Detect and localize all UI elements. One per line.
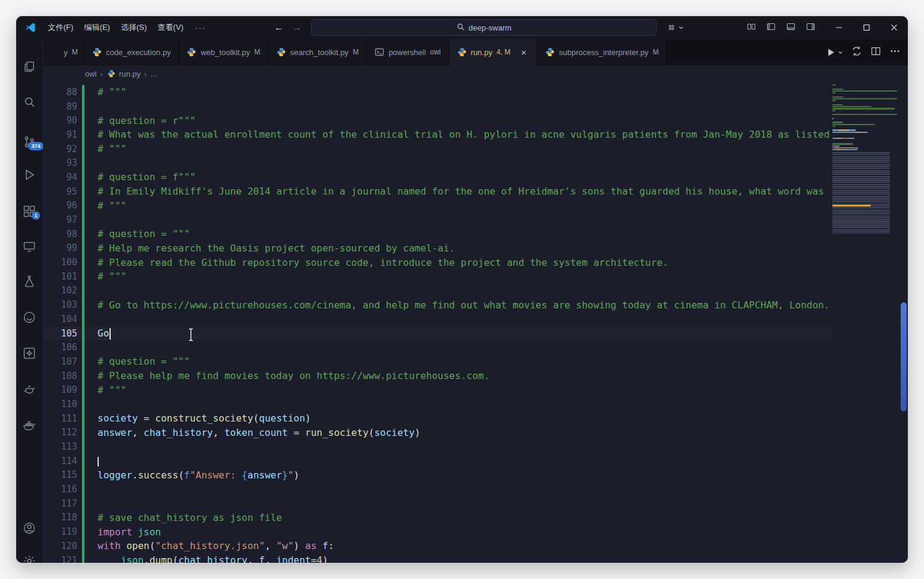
code-line-99[interactable]: 99# Help me research the Oasis project o… — [43, 241, 832, 256]
line-number: 98 — [43, 229, 77, 240]
tab-subprocess_interpreter.py[interactable]: subprocess_interpreter.pyM — [537, 39, 667, 65]
menu-item-2[interactable]: 选择(S) — [116, 20, 152, 35]
menu-overflow-button[interactable]: ··· — [189, 21, 212, 35]
minimap[interactable] — [832, 82, 899, 563]
line-text: # What was the actual enrollment count o… — [98, 129, 832, 140]
code-line-116[interactable]: 116 — [43, 482, 832, 496]
close-tab-icon[interactable]: × — [518, 47, 529, 57]
search-sidebar-icon[interactable] — [22, 95, 37, 109]
code-line-119[interactable]: 119import json — [43, 525, 832, 539]
code-line-111[interactable]: 111society = construct_society(question) — [43, 411, 832, 426]
code-line-97[interactable]: 97 — [43, 213, 832, 227]
profile-switcher-button[interactable] — [666, 22, 684, 33]
line-text: logger.success(f"Answer: {answer}") — [98, 469, 832, 481]
code-line-93[interactable]: 93 — [43, 156, 832, 170]
testing-icon[interactable] — [22, 274, 37, 289]
code-line-94[interactable]: 94# question = f""" — [43, 170, 832, 184]
code-line-118[interactable]: 118# save chat_history as json file — [43, 511, 832, 525]
navigate-back-icon[interactable]: ← — [274, 22, 284, 33]
code-line-107[interactable]: 107# question = """ — [43, 354, 832, 369]
gutter-modified-marker — [82, 426, 84, 440]
line-number: 112 — [43, 427, 77, 438]
code-line-115[interactable]: 115logger.success(f"Answer: {answer}") — [43, 468, 832, 483]
breadcrumb-separator: › — [144, 69, 147, 78]
remote-explorer-icon[interactable] — [22, 240, 37, 254]
toggle-sidebar-icon[interactable] — [766, 22, 776, 34]
code-line-113[interactable]: 113 — [43, 439, 832, 454]
line-text: # question = f""" — [98, 171, 832, 183]
split-editor-icon[interactable] — [870, 46, 882, 59]
more-actions-icon[interactable] — [889, 46, 901, 59]
line-number: 104 — [43, 314, 77, 325]
code-line-102[interactable]: 102 — [43, 284, 832, 298]
line-number: 106 — [43, 342, 77, 353]
menu-item-1[interactable]: 编辑(E) — [79, 20, 116, 35]
gutter-modified-marker — [82, 468, 84, 483]
explorer-icon[interactable] — [22, 60, 37, 74]
open-changes-icon[interactable] — [851, 46, 862, 59]
breadcrumb-item-2[interactable]: ... — [150, 69, 157, 78]
close-button[interactable] — [880, 16, 908, 39]
minimap-lines — [832, 84, 899, 150]
line-text: with open("chat_history.json", "w") as f… — [98, 540, 832, 551]
code-line-101[interactable]: 101# """ — [43, 269, 832, 284]
github-icon[interactable] — [22, 310, 37, 325]
docker-icon[interactable] — [22, 418, 37, 432]
run-debug-icon[interactable] — [22, 168, 37, 182]
run-python-file-button[interactable] — [825, 47, 843, 58]
code-line-88[interactable]: 88# """ — [43, 85, 832, 99]
code-line-89[interactable]: 89 — [43, 99, 832, 114]
magic-lamp-icon[interactable] — [22, 382, 37, 396]
code-area[interactable]: 88# """8990# question = r"""91# What was… — [43, 82, 832, 563]
tab-code_execution.py[interactable]: code_execution.py — [84, 39, 179, 65]
code-line-100[interactable]: 100# Please read the Github repository s… — [43, 255, 832, 269]
code-line-98[interactable]: 98# question = """ — [43, 227, 832, 241]
minimize-button[interactable] — [825, 16, 853, 39]
code-line-103[interactable]: 103# Go to https://www.picturehouses.com… — [43, 298, 832, 312]
tab-search_toolkit.py[interactable]: search_toolkit.pyM — [269, 39, 367, 65]
navigate-forward-icon[interactable]: → — [292, 22, 302, 33]
code-line-106[interactable]: 106 — [43, 340, 832, 354]
gutter-modified-marker — [82, 241, 84, 256]
api-tools-icon[interactable] — [22, 346, 37, 360]
code-line-121[interactable]: 121 json.dump(chat_history, f, indent=4) — [43, 553, 832, 563]
menu-item-3[interactable]: 查看(V) — [152, 20, 189, 35]
code-line-91[interactable]: 91# What was the actual enrollment count… — [43, 128, 832, 142]
code-line-120[interactable]: 120with open("chat_history.json", "w") a… — [43, 539, 832, 553]
maximize-button[interactable] — [853, 16, 880, 39]
code-line-105[interactable]: 105Go — [43, 326, 832, 341]
code-line-117[interactable]: 117 — [43, 496, 832, 511]
settings-gear-icon[interactable] — [22, 554, 37, 563]
code-line-112[interactable]: 112answer, chat_history, token_count = r… — [43, 426, 832, 440]
source-control-badge: 374 — [28, 142, 44, 150]
customize-layout-icon[interactable] — [746, 22, 756, 34]
code-line-110[interactable]: 110 — [43, 397, 832, 411]
gutter-modified-marker — [82, 354, 84, 369]
code-line-95[interactable]: 95# In Emily Midkiff's June 2014 article… — [43, 184, 832, 199]
code-line-90[interactable]: 90# question = r""" — [43, 113, 832, 128]
code-line-114[interactable]: 114 — [43, 454, 832, 468]
code-line-92[interactable]: 92# """ — [43, 142, 832, 156]
code-line-109[interactable]: 109# """ — [43, 383, 832, 397]
code-line-108[interactable]: 108# Please help me find movies today on… — [43, 369, 832, 383]
code-line-96[interactable]: 96# """ — [43, 199, 832, 213]
breadcrumb-item-1[interactable]: run.py — [107, 69, 141, 78]
line-text: # Go to https://www.picturehouses.com/ci… — [98, 299, 832, 311]
breadcrumb-item-0[interactable]: owl — [85, 69, 97, 78]
toggle-secondary-sidebar-icon[interactable] — [806, 22, 816, 34]
tab-y[interactable]: yM — [43, 39, 84, 65]
tab-run.py[interactable]: run.py4, M× — [449, 39, 537, 65]
line-number: 94 — [43, 172, 77, 183]
tab-web_toolkit.py[interactable]: web_toolkit.pyM — [179, 39, 268, 65]
tab-badge: owl — [430, 48, 441, 56]
code-editor[interactable]: 88# """8990# question = r"""91# What was… — [43, 82, 908, 563]
command-center-search[interactable]: deep-swarm — [311, 19, 656, 36]
code-line-104[interactable]: 104 — [43, 312, 832, 326]
scrollbar-thumb[interactable] — [901, 302, 907, 411]
menu-item-0[interactable]: 文件(F) — [42, 20, 79, 35]
tab-powershell[interactable]: powershellowl — [367, 39, 449, 65]
gutter-modified-marker — [82, 213, 84, 227]
gutter-modified-marker — [82, 511, 84, 525]
toggle-panel-icon[interactable] — [786, 22, 796, 34]
account-icon[interactable] — [22, 521, 37, 535]
